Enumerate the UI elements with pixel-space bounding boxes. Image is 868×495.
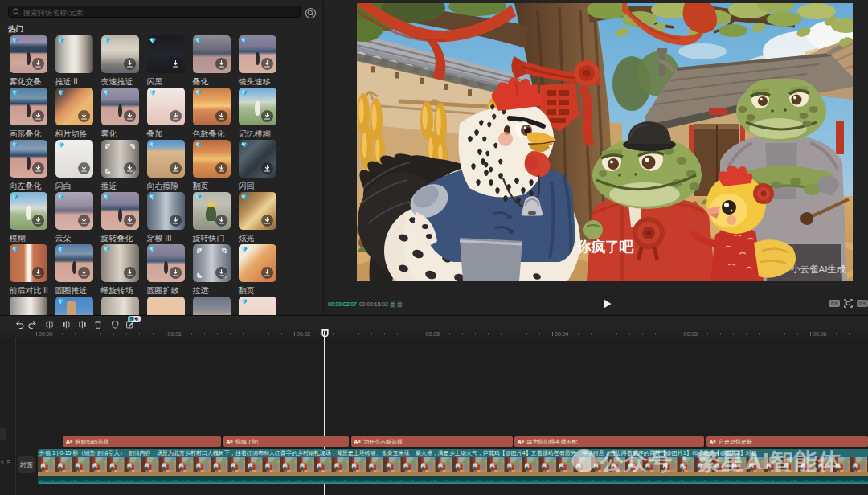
svg-text:你疯了吧: 你疯了吧 — [576, 239, 634, 255]
svg-text:小云雀AI生成: 小云雀AI生成 — [791, 264, 846, 274]
